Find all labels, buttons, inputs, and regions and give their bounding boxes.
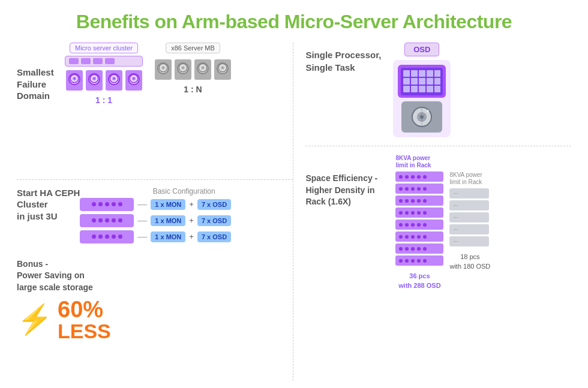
content-area: SmallestFailureDomain Micro server clust… <box>17 43 571 381</box>
svg-point-11 <box>133 78 134 79</box>
svg-point-28 <box>427 110 429 112</box>
plus-2: + <box>189 216 194 225</box>
disk-icon-1 <box>66 70 83 91</box>
left-panel: SmallestFailureDomain Micro server clust… <box>17 43 293 381</box>
mon-badge-2: 1 x MON <box>151 215 185 226</box>
ceph-row-1: — 1 x MON + 7 x OSD <box>80 198 231 211</box>
x86-server-icons <box>155 59 231 80</box>
kva-gray-label: 8KVA powerlimit in Rack <box>449 172 482 186</box>
less-label: LESS <box>58 321 111 341</box>
svg-point-5 <box>93 78 94 79</box>
plus-3: + <box>189 232 194 241</box>
osd-badge-1: 7 x OSD <box>197 199 231 210</box>
gray-bar-1: ··· <box>449 188 489 198</box>
svg-point-17 <box>182 67 184 68</box>
lightning-icon: ⚡ <box>17 305 53 334</box>
power-label: Bonus -Power Saving onlarge scale storag… <box>17 258 293 294</box>
ceph-config-title: Basic Configuration <box>137 187 231 195</box>
svg-point-23 <box>222 67 223 68</box>
ceph-bar-1 <box>80 198 134 211</box>
x86-icon-3 <box>194 59 211 80</box>
page-container: Benefits on Arm-based Micro-Server Archi… <box>0 0 588 388</box>
diagrams-area: Micro server cluster <box>65 43 231 105</box>
bar-seg-1 <box>69 58 79 64</box>
svg-point-14 <box>163 67 164 68</box>
bottom-left-section: Start HA CEPHClusterin just 3U Basic Con… <box>17 187 293 381</box>
gray-bar-2: ··· <box>449 200 489 210</box>
smallest-failure-label: SmallestFailureDomain <box>17 43 59 102</box>
ceph-bar-2 <box>80 214 134 227</box>
ceph-dot <box>118 202 122 206</box>
pcs-gray: 18 pcs <box>449 253 490 260</box>
gray-bar-5: ··· <box>449 236 489 246</box>
purple-bar-8 <box>395 255 443 266</box>
gray-bars: ··· ··· ··· ··· ··· 18 pcs with 180 OSD <box>449 188 490 270</box>
plus-1: + <box>189 200 194 209</box>
sixty-percent: 60% <box>58 298 111 321</box>
micro-cluster-bar <box>65 56 143 67</box>
osd-chip <box>398 65 446 98</box>
disk-icon-3 <box>106 70 122 91</box>
purple-bars: 36 pcs with 288 OSD <box>395 172 443 289</box>
x86-icon-4 <box>214 59 231 80</box>
ceph-arrow-3: — <box>137 231 147 242</box>
ceph-arrow-2: — <box>137 215 147 226</box>
ceph-label: Start HA CEPHClusterin just 3U <box>17 187 80 222</box>
single-proc-label: Single Processor,Single Task <box>305 43 381 74</box>
bar-seg-3 <box>93 58 103 64</box>
x86-icon-1 <box>155 59 172 80</box>
x86-diagram: x86 Server MB <box>155 43 231 94</box>
ceph-dot <box>112 202 116 206</box>
purple-bar-2 <box>395 184 443 194</box>
ceph-dot <box>92 202 96 206</box>
ceph-bar-3 <box>80 230 134 243</box>
mon-badge-3: 1 x MON <box>151 231 185 242</box>
ceph-dot <box>105 202 109 206</box>
gray-bar-3: ··· <box>449 212 489 222</box>
purple-bar-3 <box>395 195 443 206</box>
svg-point-20 <box>202 67 203 68</box>
power-section: Bonus -Power Saving onlarge scale storag… <box>17 252 293 342</box>
space-eff-section: Space Efficiency -Higher Density inRack … <box>305 155 571 289</box>
gray-bar-4: ··· <box>449 224 489 234</box>
purple-bar-4 <box>395 207 443 218</box>
failure-domain-section: SmallestFailureDomain Micro server clust… <box>17 43 293 180</box>
pcs-purple: 36 pcs <box>395 272 443 279</box>
osd-badge-top: OSD <box>404 43 439 56</box>
osd-badge-3: 7 x OSD <box>197 231 231 242</box>
micro-cluster-diagram: Micro server cluster <box>65 43 143 105</box>
space-eff-label: Space Efficiency -Higher Density inRack … <box>305 155 389 208</box>
mon-badge-1: 1 x MON <box>151 199 185 210</box>
kva-purple-label: 8KVA powerlimit in Rack <box>395 155 431 169</box>
disk-icon-4 <box>125 70 142 91</box>
x86-label: x86 Server MB <box>166 43 220 53</box>
disk-drive-icon <box>401 101 442 133</box>
ratio-1-1: 1 : 1 <box>95 95 112 105</box>
ceph-arrow-1: — <box>137 199 147 210</box>
power-display: ⚡ 60% LESS <box>17 298 293 341</box>
pcs-gray-sub: with 180 OSD <box>449 263 490 270</box>
micro-cluster-label: Micro server cluster <box>70 43 138 53</box>
svg-point-2 <box>73 78 74 79</box>
failure-domain-content: SmallestFailureDomain Micro server clust… <box>17 43 231 172</box>
ceph-row-3: — 1 x MON + 7 x OSD <box>80 230 231 243</box>
osd-diagram: OSD <box>393 43 451 137</box>
purple-bar-5 <box>395 219 443 230</box>
ceph-dot <box>98 202 103 206</box>
single-proc-section: Single Processor,Single Task OSD <box>305 43 571 146</box>
bar-seg-4 <box>105 58 115 64</box>
bar-seg-2 <box>81 58 91 64</box>
purple-bar-1 <box>395 172 443 182</box>
svg-point-8 <box>113 78 114 79</box>
ceph-row-2: — 1 x MON + 7 x OSD <box>80 214 231 227</box>
micro-server-icons <box>66 70 142 91</box>
page-title: Benefits on Arm-based Micro-Server Archi… <box>17 11 571 33</box>
disk-icon-2 <box>86 70 103 91</box>
osd-badge-2: 7 x OSD <box>197 215 231 226</box>
purple-bar-7 <box>395 243 443 254</box>
x86-icon-2 <box>175 59 191 80</box>
ratio-1-n: 1 : N <box>184 85 202 94</box>
purple-bar-6 <box>395 231 443 242</box>
right-panel: Single Processor,Single Task OSD <box>293 43 571 381</box>
pcs-purple-sub: with 288 OSD <box>395 282 443 289</box>
